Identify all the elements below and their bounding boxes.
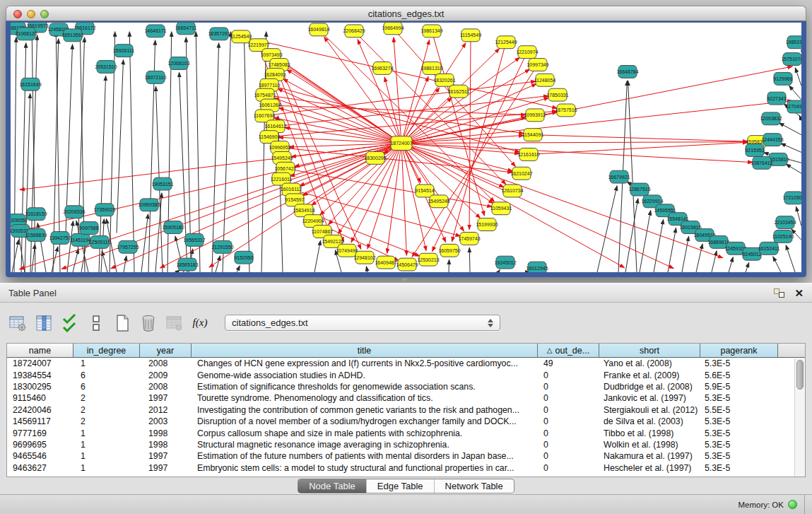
graph-node[interactable]: 14646171 — [144, 25, 166, 37]
edge[interactable] — [12, 240, 18, 272]
graph-node[interactable]: 17210505 — [782, 192, 801, 204]
graph-node[interactable]: 15751074 — [781, 53, 801, 66]
selected-edge[interactable] — [401, 144, 406, 256]
edge[interactable] — [469, 247, 470, 272]
graph-node-selected[interactable]: 16210247 — [510, 167, 532, 180]
graph-node[interactable]: 19565317 — [183, 233, 205, 246]
graph-node[interactable]: 21291550 — [211, 240, 233, 253]
column-header-short[interactable]: short — [599, 344, 700, 357]
graph-node[interactable]: 12505115 — [89, 235, 111, 248]
delete-column-button[interactable] — [138, 313, 159, 334]
tab-edge-table[interactable]: Edge Table — [366, 479, 434, 493]
graph-node-selected[interactable]: 12161610 — [517, 148, 539, 160]
graph-node[interactable]: 10959385 — [138, 199, 160, 211]
graph-node-selected[interactable]: 10993912 — [524, 109, 546, 122]
selected-edge[interactable] — [286, 168, 492, 206]
tab-node-table[interactable]: Node Table — [298, 479, 366, 493]
table-row[interactable]: 977716911998Corpus callosum shape and si… — [7, 427, 805, 438]
graph-node[interactable]: 12093832 — [760, 112, 782, 125]
graph-node-selected[interactable]: 11248054 — [534, 74, 556, 86]
graph-node-selected[interactable]: 16162511 — [448, 85, 470, 98]
selected-edge[interactable] — [401, 144, 753, 163]
network-graph-canvas[interactable]: 1872400718300295112545491221597710973493… — [11, 23, 801, 272]
graph-node-selected[interactable]: 16049814 — [307, 23, 329, 36]
edge[interactable] — [779, 123, 801, 135]
graph-node[interactable]: 12867516 — [628, 183, 650, 196]
edge[interactable] — [498, 270, 500, 272]
graph-node-selected[interactable]: 11059431 — [490, 202, 512, 215]
edge[interactable] — [696, 244, 702, 272]
edge[interactable] — [186, 37, 191, 261]
graph-node[interactable]: 16151649 — [19, 78, 41, 90]
graph-node-selected[interactable]: 19664994 — [382, 23, 404, 35]
graph-node[interactable]: 19053151 — [151, 177, 173, 190]
graph-node-selected[interactable]: 11154549 — [460, 29, 481, 42]
minimize-window-button[interactable] — [27, 10, 35, 18]
graph-node[interactable]: 12444158 — [761, 134, 783, 146]
selected-edge[interactable] — [324, 37, 401, 143]
edge[interactable] — [21, 43, 26, 272]
graph-node[interactable]: 9227343 — [767, 92, 786, 105]
create-column-button[interactable] — [112, 313, 133, 334]
delete-table-button[interactable] — [164, 313, 185, 334]
graph-node[interactable]: 21618159 — [25, 208, 47, 221]
graph-node[interactable]: 15905180 — [162, 221, 184, 234]
selected-edge[interactable] — [401, 40, 430, 143]
edge[interactable] — [237, 266, 240, 272]
column-header-title[interactable]: title — [192, 344, 538, 357]
graph-node[interactable]: 22103454 — [774, 216, 796, 229]
graph-node-selected[interactable]: 22068429 — [343, 25, 365, 37]
graph-node-selected[interactable]: 17459743 — [458, 232, 480, 245]
graph-node-selected[interactable]: 15199930 — [476, 218, 498, 231]
column-header-pagerank[interactable]: pagerank — [700, 344, 778, 357]
graph-node-selected[interactable]: 18320261 — [433, 74, 455, 86]
edge[interactable] — [141, 214, 148, 272]
edge[interactable] — [597, 186, 617, 272]
graph-node-selected[interactable]: 19861310 — [420, 62, 442, 75]
graph-node[interactable]: 15926111 — [113, 45, 134, 57]
edge[interactable] — [52, 247, 58, 272]
graph-node[interactable]: 17957255 — [117, 240, 139, 253]
table-row[interactable]: 2242004622012Investigating the contribut… — [7, 404, 805, 416]
table-scrollbar[interactable] — [794, 358, 805, 477]
graph-node-selected[interactable]: 17850331 — [546, 88, 568, 101]
graph-node-selected[interactable]: 11254549 — [230, 30, 252, 43]
selected-edge[interactable] — [401, 142, 748, 144]
edge[interactable] — [32, 244, 35, 272]
column-visibility-button[interactable] — [33, 313, 54, 334]
graph-node[interactable]: 12068103 — [167, 57, 189, 70]
selected-edge[interactable] — [264, 81, 536, 116]
graph-node[interactable]: 16012945 — [526, 262, 548, 272]
edge[interactable] — [223, 32, 231, 272]
edge[interactable] — [786, 164, 801, 173]
graph-node-selected[interactable]: 16409487 — [375, 256, 396, 269]
graph-node[interactable]: 9129966 — [773, 72, 792, 85]
edge[interactable] — [261, 32, 266, 272]
graph-node-selected[interactable]: 10997349 — [526, 59, 548, 71]
graph-node[interactable]: 17359026 — [93, 204, 115, 216]
selected-edge[interactable] — [469, 35, 471, 230]
network-window-titlebar[interactable]: citations_edges.txt — [6, 6, 806, 21]
table-row[interactable]: 911546021997Tourette syndrome. Phenomeno… — [7, 392, 805, 404]
graph-node-selected[interactable]: 19861349 — [420, 25, 442, 37]
graph-node[interactable]: 18357291 — [208, 28, 230, 40]
float-panel-icon[interactable] — [774, 288, 784, 298]
graph-node-selected[interactable]: 11544091 — [522, 129, 544, 141]
graph-node-selected[interactable]: 18300295 — [364, 151, 386, 164]
table-row[interactable]: 1830029562008Estimation of significance … — [7, 381, 805, 392]
graph-node[interactable]: 16648784 — [616, 65, 638, 78]
edge[interactable] — [789, 86, 801, 100]
edge[interactable] — [216, 256, 220, 272]
graph-node[interactable]: 11451194 — [70, 233, 91, 246]
panel-splitter[interactable] — [0, 277, 812, 283]
graph-node[interactable]: 21068120 — [15, 28, 37, 40]
edge[interactable] — [640, 211, 651, 272]
graph-node[interactable]: 10876412 — [751, 156, 772, 169]
graph-node-selected[interactable]: 14506479 — [396, 258, 418, 271]
graph-node-selected[interactable]: 16059750 — [438, 244, 460, 257]
selected-edge[interactable] — [533, 135, 748, 142]
function-builder-button[interactable]: f(x) — [190, 313, 211, 334]
column-header-in_degree[interactable]: in_degree — [73, 344, 140, 357]
edge[interactable] — [668, 228, 676, 272]
edge[interactable] — [781, 144, 801, 153]
